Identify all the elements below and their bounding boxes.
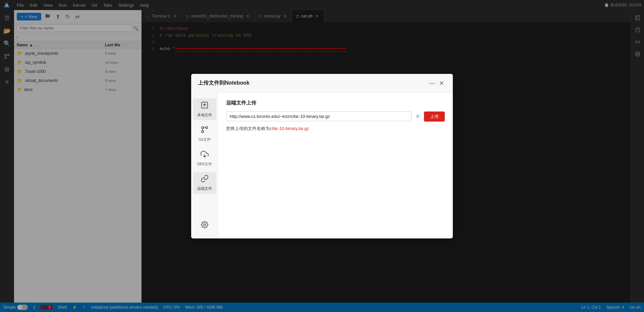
git-file-label: Git文件 <box>198 137 210 142</box>
git-icon <box>201 126 209 136</box>
file-hint: 您将上传的文件名称为cifar-10-binary.tar.gz <box>226 126 445 132</box>
modal-sidebar-git[interactable]: Git文件 <box>193 123 216 145</box>
cloud-icon <box>201 150 209 160</box>
modal-sidebar-obs[interactable]: OBS文件 <box>193 147 216 169</box>
link-icon <box>201 175 209 185</box>
settings-gear-icon <box>201 221 208 230</box>
remote-file-label: 远端文件 <box>197 186 212 191</box>
modal-sidebar: 本地文件 Git文件 <box>191 93 218 238</box>
modal-title: 上传文件到Notebook <box>198 80 427 87</box>
svg-point-21 <box>204 224 206 226</box>
modal-main: 远端文件上传 ✕ 上传 您将上传的文件名称为cifar-10-binary.ta… <box>218 93 453 238</box>
modal-close-button[interactable]: ✕ <box>437 79 446 88</box>
url-input[interactable] <box>226 112 412 121</box>
modal-sidebar-local[interactable]: 本地文件 <box>193 98 216 120</box>
svg-point-16 <box>202 131 204 133</box>
modal-body: 本地文件 Git文件 <box>191 93 453 238</box>
url-clear-button[interactable]: ✕ <box>414 112 421 121</box>
modal-sidebar-settings[interactable] <box>193 218 216 233</box>
svg-point-15 <box>202 127 204 129</box>
modal-header: 上传文件到Notebook — ✕ <box>191 74 453 93</box>
obs-file-label: OBS文件 <box>197 162 212 167</box>
modal-sidebar-remote[interactable]: 远端文件 <box>193 172 216 194</box>
svg-point-17 <box>206 127 208 129</box>
modal-minimize-button[interactable]: — <box>427 79 437 88</box>
local-upload-icon <box>201 101 209 111</box>
url-row: ✕ 上传 <box>226 112 445 122</box>
upload-modal: 上传文件到Notebook — ✕ 本地文件 <box>191 74 453 238</box>
hint-filename: cifar-10-binary.tar.gz <box>270 126 309 131</box>
modal-section-title: 远端文件上传 <box>226 100 445 106</box>
modal-overlay: 上传文件到Notebook — ✕ 本地文件 <box>0 0 644 312</box>
local-file-label: 本地文件 <box>197 113 212 118</box>
upload-button[interactable]: 上传 <box>424 112 445 122</box>
